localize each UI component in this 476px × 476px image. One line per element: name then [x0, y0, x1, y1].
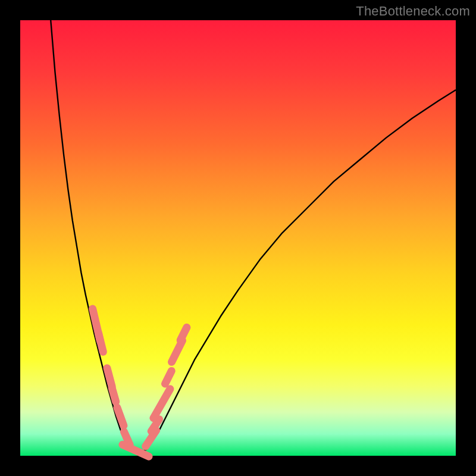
curve-marker [165, 371, 171, 384]
plot-area [20, 20, 456, 456]
curve-marker [99, 333, 104, 352]
curve-marker [180, 327, 187, 340]
curve-marker [107, 368, 112, 387]
chart-frame: TheBottleneck.com [0, 0, 476, 476]
chart-svg [20, 20, 456, 456]
curve-marker [112, 388, 116, 402]
watermark-text: TheBottleneck.com [356, 4, 470, 19]
